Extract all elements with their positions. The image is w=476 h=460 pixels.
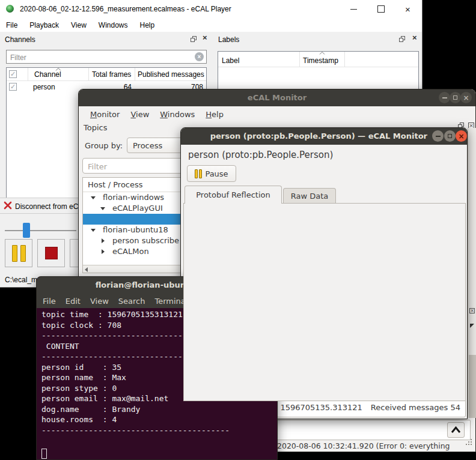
group-by-label: Group by: bbox=[85, 141, 123, 150]
expanded-arrow-icon[interactable] bbox=[91, 196, 96, 199]
collapsed-arrow-icon[interactable] bbox=[102, 238, 105, 243]
maximize-button[interactable] bbox=[450, 92, 461, 103]
close-button[interactable]: × bbox=[460, 92, 472, 103]
tab-content-frame bbox=[183, 203, 466, 401]
desktop: 2020-08-06_02-12-12.596_measurement.ecal… bbox=[0, 0, 476, 460]
menu-view[interactable]: View bbox=[125, 108, 154, 121]
close-button[interactable]: × bbox=[394, 0, 421, 18]
column-published-messages[interactable]: Published messages bbox=[135, 68, 206, 80]
menu-search[interactable]: Search bbox=[114, 297, 150, 306]
column-channel[interactable]: Channel bbox=[28, 68, 89, 80]
small-close-icon[interactable]: × bbox=[469, 308, 475, 313]
labels-table-header: Label Timestamp bbox=[218, 52, 418, 67]
person-topic-window: person (proto:pb.People.Person) — eCAL M… bbox=[180, 127, 468, 419]
pause-button[interactable]: Pause bbox=[187, 165, 236, 182]
pause-playback-button[interactable] bbox=[5, 239, 32, 267]
menu-file[interactable]: File bbox=[38, 297, 61, 306]
expanded-arrow-icon[interactable] bbox=[91, 229, 96, 232]
disconnect-icon bbox=[4, 201, 12, 210]
close-icon: × bbox=[463, 94, 469, 101]
tab-raw-data[interactable]: Raw Data bbox=[283, 188, 336, 204]
maximize-button[interactable] bbox=[367, 0, 394, 18]
tab-protobuf-reflection[interactable]: Protobuf Reflection bbox=[185, 186, 282, 204]
monitor-titlebar[interactable]: eCAL Monitor × bbox=[79, 89, 475, 106]
menu-view[interactable]: View bbox=[85, 297, 114, 306]
person-window-title: person (proto:pb.People.Person) — eCAL M… bbox=[210, 132, 427, 141]
sort-asc-icon bbox=[55, 68, 61, 71]
close-icon: × bbox=[405, 5, 410, 14]
minimize-button[interactable] bbox=[340, 0, 367, 18]
minimize-icon bbox=[436, 136, 441, 137]
maximize-icon bbox=[448, 134, 452, 138]
app-icon bbox=[6, 5, 14, 13]
menu-windows[interactable]: Windows bbox=[154, 108, 200, 121]
menu-help[interactable]: Help bbox=[134, 18, 161, 32]
menu-view[interactable]: View bbox=[65, 18, 93, 32]
stop-icon bbox=[45, 247, 58, 259]
slider-handle[interactable] bbox=[23, 223, 30, 238]
collapsed-arrow-icon[interactable] bbox=[102, 249, 105, 254]
menu-file[interactable]: File bbox=[0, 18, 23, 32]
topic-heading: person (proto:pb.People.Person) bbox=[188, 150, 333, 160]
row-checkbox[interactable]: ✓ bbox=[9, 83, 17, 91]
scrollbar-track[interactable] bbox=[469, 355, 476, 418]
stop-button[interactable] bbox=[37, 239, 65, 267]
pause-icon bbox=[12, 245, 17, 262]
monitor-right-edge: × bbox=[468, 128, 476, 418]
channels-table-header: ✓ Channel Total frames Published message… bbox=[7, 68, 206, 81]
sort-asc-icon bbox=[319, 52, 325, 55]
menu-help[interactable]: Help bbox=[200, 108, 229, 121]
minimize-button[interactable] bbox=[432, 130, 444, 142]
scroll-left-icon[interactable] bbox=[85, 267, 88, 272]
pause-icon bbox=[195, 169, 202, 178]
close-panel-icon[interactable]: × bbox=[203, 35, 207, 41]
player-titlebar[interactable]: 2020-08-06_02-12-12.596_measurement.ecal… bbox=[0, 0, 422, 18]
player-menubar: File Playback View Windows Help bbox=[0, 18, 422, 32]
clear-filter-icon[interactable]: × bbox=[195, 52, 204, 61]
log-message: 2020-08-06 10:32:41.920 (Error 0: everyt… bbox=[277, 441, 450, 450]
menu-monitor[interactable]: Monitor bbox=[85, 108, 125, 121]
minimize-icon bbox=[350, 9, 357, 10]
monitor-window-title: eCAL Monitor bbox=[79, 93, 475, 102]
player-window-title: 2020-08-06_02-12-12.596_measurement.ecal… bbox=[20, 5, 332, 14]
expand-log-button[interactable] bbox=[447, 422, 465, 438]
maximize-button[interactable] bbox=[444, 130, 456, 142]
terminal-cursor bbox=[41, 449, 47, 459]
menu-edit[interactable]: Edit bbox=[61, 297, 85, 306]
measurement-path: C:\ecal_m bbox=[5, 276, 37, 284]
header-checkbox[interactable]: ✓ bbox=[9, 70, 17, 78]
position-slider[interactable] bbox=[5, 230, 76, 231]
status-timestamp: 1596705135.313121 bbox=[280, 403, 362, 412]
menu-playback[interactable]: Playback bbox=[23, 18, 65, 32]
minimize-button[interactable] bbox=[439, 92, 450, 103]
float-panel-icon[interactable] bbox=[399, 36, 406, 42]
column-total-frames[interactable]: Total frames bbox=[89, 68, 135, 80]
column-timestamp[interactable]: Timestamp bbox=[300, 52, 345, 67]
labels-panel-title: Labels bbox=[218, 35, 239, 44]
monitor-menubar: Monitor View Windows Help bbox=[79, 106, 475, 122]
expanded-arrow-icon[interactable] bbox=[100, 207, 105, 210]
maximize-icon bbox=[377, 5, 385, 13]
channels-filter bbox=[6, 50, 207, 64]
close-icon: × bbox=[458, 133, 464, 140]
corner-triangle-icon bbox=[470, 324, 474, 328]
channels-panel-title: Channels bbox=[5, 35, 35, 44]
status-received-messages: Received messages 54 bbox=[371, 403, 460, 412]
column-label[interactable]: Label bbox=[218, 52, 300, 67]
pause-icon bbox=[20, 245, 26, 262]
person-titlebar[interactable]: person (proto:pb.People.Person) — eCAL M… bbox=[181, 128, 467, 145]
chevron-up-icon bbox=[451, 426, 461, 434]
minimize-icon bbox=[442, 97, 447, 98]
channels-filter-input[interactable] bbox=[9, 52, 192, 63]
topics-section-label: Topics bbox=[84, 123, 107, 132]
disconnect-button[interactable]: Disconnect from eCA bbox=[15, 202, 83, 211]
resize-grip[interactable] bbox=[466, 444, 467, 445]
maximize-icon bbox=[453, 95, 457, 100]
close-panel-icon[interactable]: × bbox=[412, 35, 417, 41]
float-panel-icon[interactable] bbox=[191, 36, 197, 42]
close-button[interactable]: × bbox=[456, 130, 467, 142]
menu-windows[interactable]: Windows bbox=[93, 18, 134, 32]
